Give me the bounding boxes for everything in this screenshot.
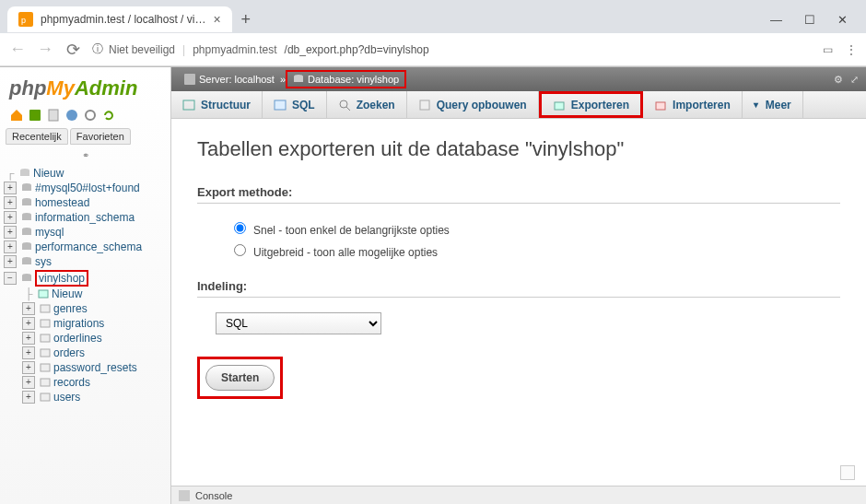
sidebar-tabs: Recentelijk Favorieten <box>0 128 170 148</box>
link-icon: ⚭ <box>0 148 170 166</box>
export-icon <box>553 99 566 111</box>
svg-rect-30 <box>184 74 195 85</box>
tab-title: phpmyadmin.test / localhost / vi… <box>41 13 205 26</box>
minimize-button[interactable]: — <box>770 13 782 27</box>
format-select[interactable]: SQL <box>216 312 381 334</box>
forward-button[interactable]: → <box>37 40 53 59</box>
maximize-button[interactable]: ☐ <box>804 13 815 27</box>
db-tree: ┌Nieuw +#mysql50#lost+found +homestead +… <box>0 166 170 405</box>
console-bar[interactable]: Console <box>171 486 866 504</box>
security-label: Niet beveiligd <box>109 43 175 56</box>
site-settings-icon[interactable]: ▭ <box>823 43 833 56</box>
tree-table[interactable]: +records <box>22 376 167 389</box>
svg-line-36 <box>346 107 350 111</box>
svg-rect-17 <box>22 244 31 250</box>
svg-rect-39 <box>656 102 665 110</box>
svg-point-4 <box>66 110 77 121</box>
svg-rect-9 <box>22 185 31 191</box>
menu-icon[interactable]: ⋮ <box>846 43 857 56</box>
export-method-options: Snel - toon enkel de belangrijkste optie… <box>197 213 840 279</box>
svg-rect-37 <box>420 100 429 110</box>
browser-tab-bar: p phpmyadmin.test / localhost / vi… × + … <box>0 0 866 33</box>
svg-rect-40 <box>179 490 190 501</box>
docs-icon[interactable] <box>46 108 61 123</box>
main-panel: Server: localhost » Database: vinylshop … <box>171 67 866 504</box>
sidebar: phpMyAdmin Recentelijk Favorieten ⚭ ┌Nie… <box>0 67 171 504</box>
svg-rect-3 <box>49 110 58 121</box>
tab-sql[interactable]: SQL <box>263 91 327 118</box>
svg-rect-13 <box>22 215 31 220</box>
breadcrumb-server[interactable]: Server: localhost <box>179 72 280 87</box>
svg-rect-15 <box>22 229 31 235</box>
svg-rect-2 <box>29 110 41 121</box>
breadcrumb-database[interactable]: Database: vinylshop <box>286 70 406 88</box>
exit-icon[interactable]: ⤢ <box>850 74 859 86</box>
address-bar: ← → ⟳ ⓘ Niet beveiligd | phpmyadmin.test… <box>0 33 866 66</box>
radio-quick-input[interactable] <box>234 222 246 234</box>
sidebar-tab-favorites[interactable]: Favorieten <box>70 128 131 145</box>
tree-db[interactable]: +information_schema <box>4 211 167 224</box>
svg-text:p: p <box>21 16 26 25</box>
tab-query[interactable]: Query opbouwen <box>407 91 539 118</box>
url-field[interactable]: ⓘ Niet beveiligd | phpmyadmin.test /db_e… <box>92 41 812 57</box>
import-icon <box>654 99 667 111</box>
svg-rect-24 <box>41 320 50 327</box>
tree-db[interactable]: +#mysql50#lost+found <box>4 182 167 194</box>
tree-db[interactable]: +performance_schema <box>4 240 167 253</box>
browser-tab[interactable]: p phpmyadmin.test / localhost / vi… × <box>7 6 232 32</box>
back-button[interactable]: ← <box>9 40 26 59</box>
tree-table[interactable]: +orderlines <box>22 332 167 345</box>
sql-icon[interactable] <box>64 108 79 123</box>
tab-import[interactable]: Importeren <box>643 91 743 118</box>
tab-more[interactable]: Meer <box>743 91 803 118</box>
svg-rect-21 <box>22 275 31 281</box>
format-label: Indeling: <box>197 279 840 298</box>
export-method-label: Export methode: <box>197 185 840 204</box>
search-icon <box>338 99 351 111</box>
svg-rect-23 <box>41 305 50 312</box>
console-icon <box>179 490 190 501</box>
content-area: Tabellen exporteren uit de database "vin… <box>171 119 866 504</box>
window-controls: — ☐ ✕ <box>770 13 859 27</box>
svg-rect-34 <box>275 100 286 110</box>
structure-icon <box>182 99 195 111</box>
tree-table[interactable]: +password_resets <box>22 361 167 374</box>
tree-table[interactable]: +users <box>22 391 167 404</box>
reload-tree-icon[interactable] <box>101 108 116 123</box>
radio-custom-input[interactable] <box>234 244 246 256</box>
tree-db[interactable]: +mysql <box>4 226 167 239</box>
close-window-button[interactable]: ✕ <box>837 13 848 27</box>
reload-button[interactable]: ⟳ <box>64 40 81 60</box>
tree-db-active[interactable]: −vinylshop <box>4 270 167 287</box>
svg-rect-22 <box>39 290 48 298</box>
svg-rect-27 <box>41 364 50 371</box>
logout-icon[interactable] <box>28 108 42 123</box>
scroll-top-button[interactable] <box>840 465 855 480</box>
svg-rect-25 <box>41 334 50 342</box>
settings-icon[interactable] <box>83 108 98 123</box>
sql-tab-icon <box>274 99 287 111</box>
gear-icon[interactable]: ⚙ <box>834 74 843 86</box>
start-button[interactable]: Starten <box>205 365 275 391</box>
main-tabs: Structuur SQL Zoeken Query opbouwen Expo… <box>171 91 866 119</box>
svg-rect-11 <box>22 200 31 205</box>
radio-quick[interactable]: Snel - toon enkel de belangrijkste optie… <box>234 218 840 240</box>
tree-db[interactable]: +sys <box>4 255 167 268</box>
tree-new[interactable]: ┌Nieuw <box>4 167 167 180</box>
tree-table[interactable]: +migrations <box>22 317 167 330</box>
tree-new-table[interactable]: ├Nieuw <box>22 287 167 300</box>
home-icon[interactable] <box>9 108 24 123</box>
svg-rect-26 <box>41 349 50 357</box>
logo[interactable]: phpMyAdmin <box>0 71 170 108</box>
sidebar-tab-recent[interactable]: Recentelijk <box>6 128 68 145</box>
close-tab-icon[interactable]: × <box>213 12 220 27</box>
tree-table[interactable]: +orders <box>22 346 167 359</box>
tree-table[interactable]: +genres <box>22 302 167 315</box>
tab-export[interactable]: Exporteren <box>539 91 643 118</box>
svg-rect-38 <box>555 102 564 110</box>
tab-structure[interactable]: Structuur <box>171 91 263 118</box>
radio-custom[interactable]: Uitgebreid - toon alle mogelijke opties <box>234 240 840 263</box>
tab-search[interactable]: Zoeken <box>327 91 407 118</box>
tree-db[interactable]: +homestead <box>4 196 167 209</box>
new-tab-button[interactable]: + <box>232 6 261 33</box>
